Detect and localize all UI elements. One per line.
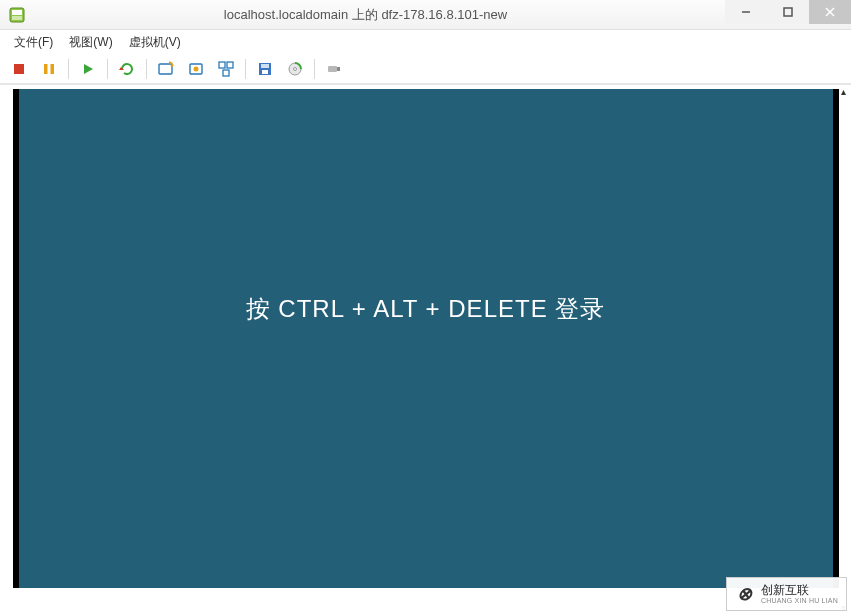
pause-button[interactable]	[35, 56, 63, 82]
watermark-brand-cn: 创新互联	[761, 584, 838, 597]
svg-point-23	[294, 67, 297, 70]
snapshot-take-button[interactable]	[152, 56, 180, 82]
snapshot-revert-button[interactable]	[182, 56, 210, 82]
minimize-button[interactable]	[725, 0, 767, 24]
power-off-button[interactable]	[5, 56, 33, 82]
svg-rect-8	[44, 64, 48, 74]
send-cad-button[interactable]	[320, 56, 348, 82]
floppy-button[interactable]	[251, 56, 279, 82]
toolbar-separator	[314, 59, 315, 79]
watermark-brand-en: CHUANG XIN HU LIAN	[761, 597, 838, 605]
vertical-scroll-indicator: ▴ ▾	[837, 85, 849, 615]
svg-rect-17	[227, 62, 233, 68]
reset-button[interactable]	[113, 56, 141, 82]
svg-rect-2	[12, 16, 22, 20]
svg-point-15	[194, 66, 199, 71]
toolbar-separator	[68, 59, 69, 79]
login-prompt: 按 CTRL + ALT + DELETE 登录	[246, 293, 606, 325]
svg-marker-10	[84, 64, 93, 74]
maximize-button[interactable]	[767, 0, 809, 24]
watermark-logo: ⊗	[733, 582, 757, 606]
snapshot-manager-icon	[218, 61, 234, 77]
menubar: 文件(F) 视图(W) 虚拟机(V)	[0, 30, 851, 54]
console-container: 按 CTRL + ALT + DELETE 登录 ▴ ▾	[0, 84, 851, 615]
console-viewport[interactable]: 按 CTRL + ALT + DELETE 登录	[13, 89, 839, 588]
guest-os-screen[interactable]: 按 CTRL + ALT + DELETE 登录	[19, 89, 833, 588]
toolbar	[0, 54, 851, 84]
svg-rect-21	[262, 70, 268, 74]
svg-rect-4	[784, 8, 792, 16]
toolbar-separator	[146, 59, 147, 79]
svg-rect-18	[223, 70, 229, 76]
toolbar-separator	[107, 59, 108, 79]
svg-rect-24	[328, 66, 337, 72]
floppy-icon	[257, 61, 273, 77]
stop-icon	[12, 62, 26, 76]
cd-dvd-button[interactable]	[281, 56, 309, 82]
window-title: localhost.localdomain 上的 dfz-178.16.8.10…	[0, 6, 731, 24]
toolbar-separator	[245, 59, 246, 79]
snapshot-revert-icon	[188, 61, 204, 77]
window-controls	[725, 0, 851, 24]
svg-rect-20	[261, 64, 269, 68]
menu-view[interactable]: 视图(W)	[61, 32, 120, 53]
play-button[interactable]	[74, 56, 102, 82]
scroll-up-icon: ▴	[837, 87, 849, 97]
pause-icon	[42, 62, 56, 76]
close-button[interactable]	[809, 0, 851, 24]
svg-rect-25	[337, 67, 340, 71]
app-icon	[8, 6, 26, 24]
svg-rect-1	[12, 10, 22, 15]
snapshot-manager-button[interactable]	[212, 56, 240, 82]
watermark-badge: ⊗ 创新互联 CHUANG XIN HU LIAN	[726, 577, 847, 611]
disc-icon	[287, 61, 303, 77]
titlebar: localhost.localdomain 上的 dfz-178.16.8.10…	[0, 0, 851, 30]
svg-rect-7	[14, 64, 24, 74]
snapshot-icon	[158, 61, 174, 77]
usb-icon	[326, 61, 342, 77]
menu-file[interactable]: 文件(F)	[6, 32, 61, 53]
menu-vm[interactable]: 虚拟机(V)	[121, 32, 189, 53]
svg-rect-9	[51, 64, 55, 74]
refresh-cycle-icon	[119, 61, 135, 77]
svg-rect-12	[159, 64, 172, 74]
svg-rect-16	[219, 62, 225, 68]
play-icon	[81, 62, 95, 76]
